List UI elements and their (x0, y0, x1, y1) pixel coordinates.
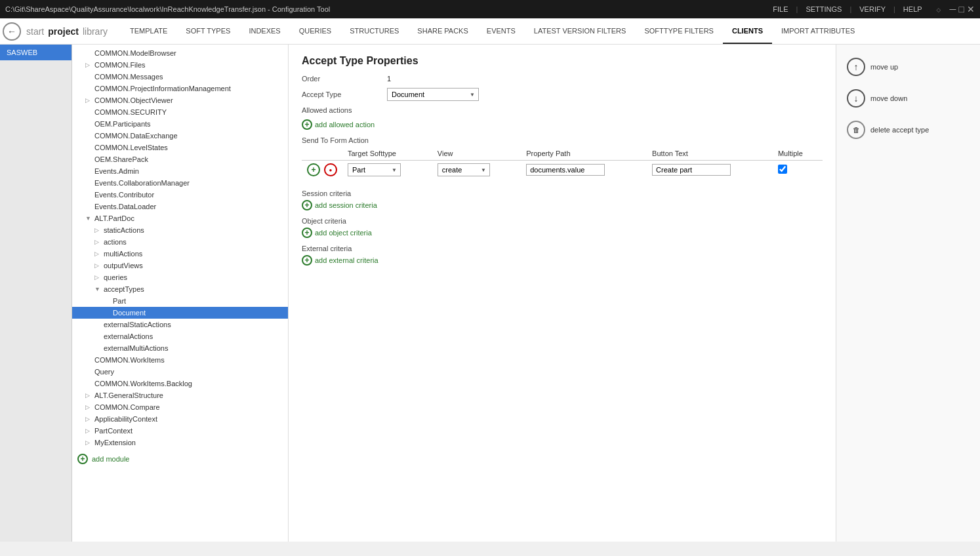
view-select[interactable]: create edit view (438, 163, 490, 176)
tree-item-externalstaticactions[interactable]: externalStaticActions (72, 319, 288, 330)
tree-item-query[interactable]: Query (72, 366, 288, 378)
add-external-criteria-button[interactable]: + add external criteria (302, 255, 378, 266)
tree-item-externalmultiactions[interactable]: externalMultiActions (72, 342, 288, 354)
close-button[interactable]: ✕ (967, 4, 975, 14)
move-up-button[interactable]: move up (847, 55, 970, 79)
tree-item-4[interactable]: ▷ COMMON.ObjectViewer (72, 94, 288, 106)
back-button[interactable]: ← (3, 22, 21, 41)
tab-clients[interactable]: CLIENTS (723, 18, 772, 44)
add-session-criteria-label: add session criteria (315, 201, 377, 209)
tab-events[interactable]: EVENTS (478, 18, 525, 44)
tree-item-outputviews[interactable]: ▷ outputViews (72, 260, 288, 271)
tree-item-applicabilitycontext[interactable]: ▷ ApplicabilityContext (72, 413, 288, 425)
row-multiple-cell (773, 161, 823, 180)
tree-arrow: ▷ (94, 250, 101, 257)
tree-item-5[interactable]: COMMON.SECURITY (72, 106, 288, 118)
tab-template[interactable]: TEMPLATE (121, 18, 176, 44)
tree-item-partcontext[interactable]: ▷ PartContext (72, 425, 288, 437)
minimize-button[interactable]: ─ (950, 4, 956, 14)
maximize-button[interactable]: □ (959, 4, 964, 14)
tab-share-packs[interactable]: SHARE PACKS (408, 18, 477, 44)
col-header-multiple: Multiple (773, 147, 823, 161)
add-allowed-action-button[interactable]: + add allowed action (302, 119, 375, 130)
tree-item-10[interactable]: Events.Admin (72, 165, 288, 177)
target-softtype-select-wrap: Part Document (348, 163, 401, 176)
delete-accept-type-button[interactable]: delete accept type (847, 118, 970, 142)
tab-soft-types[interactable]: SOFT TYPES (176, 18, 239, 44)
add-object-criteria-icon: + (302, 228, 312, 238)
tree-item-workitems[interactable]: COMMON.WorkItems (72, 354, 288, 366)
order-value: 1 (387, 75, 391, 83)
move-down-button[interactable]: move down (847, 87, 970, 110)
tab-queries[interactable]: QUERIES (290, 18, 341, 44)
right-panel: move up move down delete accept type (836, 45, 980, 542)
sidebar-item-sasweb[interactable]: SASWEB (0, 45, 71, 60)
tree-item-11[interactable]: Events.CollaborationManager (72, 177, 288, 189)
tree-item-1[interactable]: ▷ COMMON.Files (72, 59, 288, 71)
add-object-criteria-label: add object criteria (315, 229, 372, 237)
tree-item-multiactions[interactable]: ▷ multiActions (72, 248, 288, 260)
add-row-button[interactable] (307, 163, 320, 176)
tree-item-workitems-backlog[interactable]: COMMON.WorkItems.Backlog (72, 378, 288, 389)
move-up-icon (847, 58, 865, 76)
add-session-criteria-button[interactable]: + add session criteria (302, 200, 377, 210)
tab-structures[interactable]: STRUCTURES (340, 18, 408, 44)
property-path-input[interactable] (526, 164, 605, 176)
tree-item-externalactions[interactable]: externalActions (72, 330, 288, 342)
tree-item-6[interactable]: OEM.Participants (72, 118, 288, 130)
col-header-target-softtype: Target Softtype (342, 147, 432, 161)
nav-project[interactable]: project (48, 26, 79, 37)
tree-arrow: ▷ (85, 416, 92, 422)
tree-item-myextension[interactable]: ▷ MyExtension (72, 437, 288, 448)
delete-row-button[interactable] (324, 163, 337, 176)
tree-item-part[interactable]: Part (72, 295, 288, 307)
tree-item-12[interactable]: Events.Contributor (72, 189, 288, 201)
menu-settings[interactable]: SETTINGS (806, 5, 842, 13)
move-up-label: move up (870, 63, 898, 71)
add-object-criteria-button[interactable]: + add object criteria (302, 228, 372, 238)
add-module-row[interactable]: + add module (72, 448, 288, 469)
button-text-input[interactable] (652, 164, 731, 176)
nav-start[interactable]: start (26, 26, 44, 37)
menu-help[interactable]: HELP (903, 5, 922, 13)
sidebar: SASWEB (0, 45, 72, 542)
tree-arrow-expand: ▼ (94, 286, 101, 292)
move-down-icon (847, 89, 865, 108)
tree-item-0[interactable]: COMMON.ModelBrowser (72, 47, 288, 59)
nav-bar: ← start project library TEMPLATE SOFT TY… (0, 18, 980, 45)
col-header-button-text: Button Text (647, 147, 773, 161)
move-down-label: move down (870, 94, 907, 102)
tree-item-actions[interactable]: ▷ actions (72, 236, 288, 248)
tree-item-7[interactable]: COMMON.DataExchange (72, 130, 288, 142)
object-criteria-label: Object criteria (302, 217, 823, 225)
tree-item-altgeneralstructure[interactable]: ▷ ALT.GeneralStructure (72, 389, 288, 401)
external-criteria-label: External criteria (302, 245, 823, 252)
title-bar-controls: FILE | SETTINGS | VERIFY | HELP ⬦ ─ □ ✕ (773, 3, 975, 15)
row-button-text-cell (647, 161, 773, 180)
tree-item-3[interactable]: COMMON.ProjectInformationManagement (72, 83, 288, 94)
menu-file[interactable]: FILE (773, 5, 788, 13)
tab-import-attributes[interactable]: IMPORT ATTRIBUTES (772, 18, 864, 44)
tree-item-queries[interactable]: ▷ queries (72, 271, 288, 283)
nav-links: start project library (26, 26, 108, 37)
add-allowed-action-icon: + (302, 119, 312, 130)
tree-item-accepttypes[interactable]: ▼ acceptTypes (72, 283, 288, 295)
tree-item-8[interactable]: COMMON.LevelStates (72, 142, 288, 153)
title-bar-path: C:\Git\ShareAspace\QualityAssurance\loca… (5, 5, 330, 13)
tree-item-2[interactable]: COMMON.Messages (72, 71, 288, 83)
tree-item-staticactions[interactable]: ▷ staticActions (72, 224, 288, 236)
tab-indexes[interactable]: INDEXES (239, 18, 289, 44)
multiple-checkbox[interactable] (778, 165, 787, 174)
tree-item-9[interactable]: OEM.SharePack (72, 153, 288, 165)
nav-library[interactable]: library (83, 26, 108, 37)
tree-item-13[interactable]: Events.DataLoader (72, 201, 288, 212)
tree-item-document[interactable]: Document (72, 307, 288, 319)
view-select-wrap: create edit view (438, 163, 490, 176)
tree-item-altpartdoc[interactable]: ▼ ALT.PartDoc (72, 212, 288, 224)
menu-verify[interactable]: VERIFY (859, 5, 886, 13)
tab-softtype-filters[interactable]: SOFTTYPE FILTERS (635, 18, 723, 44)
target-softtype-select[interactable]: Part Document (348, 163, 401, 176)
accept-type-select[interactable]: Document Part Other (387, 88, 479, 101)
tree-item-commoncompare[interactable]: ▷ COMMON.Compare (72, 401, 288, 413)
tab-latest-version-filters[interactable]: LATEST VERSION FILTERS (525, 18, 636, 44)
